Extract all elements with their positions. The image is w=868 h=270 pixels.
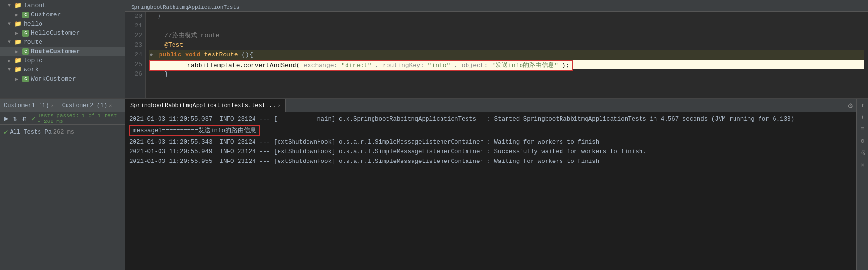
tree-item-workcustomer[interactable]: ▶ C WorkCustomer [0,74,125,83]
test-panel: Customer1 (1) ✕ Customer2 (1) ✕ ▶ ⇅ ⇵ ✔ … [0,99,125,270]
class-icon-workcustomer: C [22,76,29,82]
all-tests-duration: 262 ms [53,129,74,135]
settings-gear[interactable]: ⚙ [844,99,856,112]
test-tree: ✔ All Tests Pa 262 ms [0,125,125,270]
right-btn-6[interactable]: ✕ [860,161,865,170]
tree-item-hellocustomer[interactable]: ▶ C HelloCustomer [0,28,125,38]
output-content[interactable]: 2021-01-03 11:20:55.037 INFO 23124 --- [… [125,112,856,270]
right-btn-1[interactable]: ⬆ [860,101,865,110]
bottom-section: Customer1 (1) ✕ Customer2 (1) ✕ ▶ ⇅ ⇵ ✔ … [0,99,868,270]
folder-icon-hello: 📁 [14,20,22,27]
folder-icon-topic: 📁 [14,57,22,64]
tab-customer1[interactable]: Customer1 (1) ✕ [0,99,58,112]
line-num-22: 22 [128,31,142,40]
pass-checkmark: ✔ [31,114,35,122]
pass-status: ✔ Tests passed: 1 of 1 test – 262 ms [31,113,122,124]
code-line-20: } [149,12,864,21]
arrow-customer: ▶ [15,12,22,18]
sort1-btn[interactable]: ⇅ [12,114,18,123]
arrow-fanout: ▼ [8,3,14,8]
file-tree: ▼ 📁 fanout ▶ C Customer ▼ 📁 hello ▶ C He… [0,0,125,98]
tree-label-hello: hello [24,20,42,27]
output-tab-close[interactable]: ✕ [278,103,280,108]
tree-label-customer: Customer [31,11,61,18]
output-tab-label: SpringbootRabbitmqApplicationTests.test.… [130,102,276,109]
tree-item-topic[interactable]: ▶ 📁 topic [0,56,125,65]
arrow-route: ▼ [8,40,14,45]
arrow-routecustomer: ▶ [15,49,22,54]
arrow-work: ▼ [8,67,14,72]
code-editor: SpringbootRabbitmqApplicationTests 20 21… [125,0,868,98]
highlight-message: message1==========发送info的路由信息 [129,125,260,136]
right-btn-3[interactable]: ≡ [860,125,865,134]
folder-icon-route: 📁 [14,39,22,46]
test-tabs: Customer1 (1) ✕ Customer2 (1) ✕ [0,99,125,112]
arrow-hello: ▼ [8,21,14,27]
tree-item-route[interactable]: ▼ 📁 route [0,38,125,47]
output-tabs: SpringbootRabbitmqApplicationTests.test.… [125,99,856,112]
test-output: SpringbootRabbitmqApplicationTests.test.… [125,99,856,270]
tree-item-fanout[interactable]: ▼ 📁 fanout [0,1,125,10]
close-customer1-tab[interactable]: ✕ [51,103,54,108]
output-tab-main[interactable]: SpringbootRabbitmqApplicationTests.test.… [125,99,286,112]
tree-label-workcustomer: WorkCustomer [31,75,76,82]
class-icon-hellocustomer: C [22,30,29,37]
tree-item-routecustomer[interactable]: ▶ C RouteCustomer [0,47,125,56]
right-btn-4[interactable]: ⚙ [860,136,865,146]
all-tests-pass-icon: ✔ [4,128,8,136]
folder-icon-fanout: 📁 [14,2,22,9]
class-icon-customer: C [22,12,29,18]
all-tests-label: All Tests Pa [10,129,51,135]
code-content: 20 21 22 23 24 25 26 } //路由模式 route [125,12,868,98]
line-numbers: 20 21 22 23 24 25 26 [125,12,146,98]
code-line-24: ● public void testRoute (){ [149,50,864,60]
code-line-21 [149,21,864,31]
log-line-3: 2021-01-03 11:20:55.343 INFO 23124 --- [… [129,137,853,147]
log-line-1: 2021-01-03 11:20:55.037 INFO 23124 --- [… [129,114,853,124]
code-line-23: @Test [149,40,864,50]
tab-customer2[interactable]: Customer2 (1) ✕ [58,99,117,112]
test-toolbar: ▶ ⇅ ⇵ ✔ Tests passed: 1 of 1 test – 262 … [0,112,125,125]
tree-label-topic: topic [24,57,42,64]
tree-item-hello[interactable]: ▼ 📁 hello [0,19,125,28]
log-line-5: 2021-01-03 11:20:55.955 INFO 23124 --- [… [129,157,853,166]
tree-label-hellocustomer: HelloCustomer [31,29,80,37]
right-btn-5[interactable]: 🖨 [859,148,867,158]
arrow-workcustomer: ▶ [15,76,22,82]
folder-icon-work: 📁 [14,66,22,73]
code-line-22: //路由模式 route [149,31,864,40]
tree-item-work[interactable]: ▼ 📁 work [0,65,125,74]
file-tab-bar: SpringbootRabbitmqApplicationTests [125,0,868,12]
sort2-btn[interactable]: ⇵ [21,114,27,123]
tree-label-routecustomer: RouteCustomer [31,48,80,55]
tree-label-work: work [24,66,39,73]
line-num-24: 24 [128,50,142,60]
line-num-21: 21 [128,21,142,31]
close-customer2-tab[interactable]: ✕ [109,103,112,108]
code-lines: } //路由模式 route @Test ● public [146,12,868,98]
arrow-hellocustomer: ▶ [15,30,22,36]
file-tab-label: SpringbootRabbitmqApplicationTests [127,3,243,11]
tree-item-customer[interactable]: ▶ C Customer [0,10,125,19]
tree-label-fanout: fanout [24,2,46,9]
line-num-20: 20 [128,12,142,21]
right-toolbar: ⬆ ⬇ ≡ ⚙ 🖨 ✕ [856,99,868,270]
log-line-4: 2021-01-03 11:20:55.949 INFO 23124 --- [… [129,147,853,157]
class-icon-routecustomer: C [22,48,29,55]
rerun-btn[interactable]: ▶ [3,114,10,123]
line-num-23: 23 [128,40,142,50]
line-num-25: 25 [128,60,142,69]
arrow-topic: ▶ [8,58,14,64]
tree-label-route: route [24,39,42,46]
line-num-26: 26 [128,69,142,79]
code-line-25: rabbitTemplate.convertAndSend( exchange:… [149,60,864,69]
pass-text: Tests passed: 1 of 1 test – 262 ms [38,113,122,124]
right-btn-2[interactable]: ⬇ [860,113,865,122]
all-tests-item[interactable]: ✔ All Tests Pa 262 ms [0,127,125,137]
log-line-message: message1==========发送info的路由信息 [129,125,853,136]
